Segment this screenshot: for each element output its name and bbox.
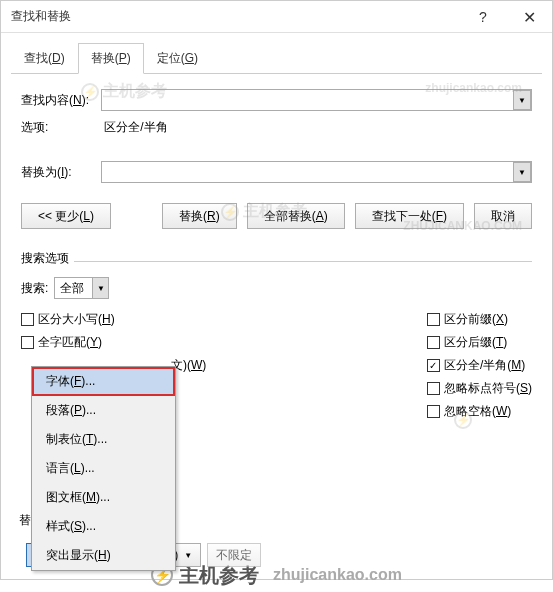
checks-right: 区分前缀(X) 区分后缀(T) ✓区分全/半角(M) 忽略标点符号(S) 忽略空… xyxy=(427,311,532,420)
replace-input[interactable]: ▼ xyxy=(101,161,532,183)
replace-button[interactable]: 替换(R) xyxy=(162,203,237,229)
replace-dropdown-icon[interactable]: ▼ xyxy=(513,162,531,182)
close-button[interactable]: ✕ xyxy=(506,1,552,33)
menu-item-style[interactable]: 样式(S)... xyxy=(32,512,175,541)
check-ignore-space[interactable]: 忽略空格(W) xyxy=(427,403,532,420)
find-input[interactable]: ▼ xyxy=(101,89,532,111)
no-format-button[interactable]: 不限定 xyxy=(207,543,261,567)
replace-all-button[interactable]: 全部替换(A) xyxy=(247,203,345,229)
check-whole-word[interactable]: 全字匹配(Y) xyxy=(21,334,206,351)
tab-goto[interactable]: 定位(G) xyxy=(144,43,211,74)
menu-item-highlight[interactable]: 突出显示(H) xyxy=(32,541,175,570)
check-prefix[interactable]: 区分前缀(X) xyxy=(427,311,532,328)
menu-item-font[interactable]: 字体(F)... xyxy=(32,367,175,396)
search-direction-label: 搜索: xyxy=(21,280,48,297)
options-label: 选项: xyxy=(21,119,101,136)
find-next-button[interactable]: 查找下一处(F) xyxy=(355,203,464,229)
tabs: 查找(D) 替换(P) 定位(G) xyxy=(11,43,542,74)
cancel-button[interactable]: 取消 xyxy=(474,203,532,229)
tab-find[interactable]: 查找(D) xyxy=(11,43,78,74)
help-button[interactable]: ? xyxy=(460,1,506,33)
check-match-case[interactable]: 区分大小写(H) xyxy=(21,311,206,328)
search-options-group: 搜索选项 xyxy=(21,244,532,262)
titlebar: 查找和替换 ? ✕ xyxy=(1,1,552,33)
tab-replace[interactable]: 替换(P) xyxy=(78,43,144,74)
menu-item-frame[interactable]: 图文框(M)... xyxy=(32,483,175,512)
check-fullwidth[interactable]: ✓区分全/半角(M) xyxy=(427,357,532,374)
format-popup-menu: 字体(F)... 段落(P)... 制表位(T)... 语言(L)... 图文框… xyxy=(31,366,176,571)
check-ignore-punct[interactable]: 忽略标点符号(S) xyxy=(427,380,532,397)
find-dropdown-icon[interactable]: ▼ xyxy=(513,90,531,110)
find-replace-dialog: 查找和替换 ? ✕ 查找(D) 替换(P) 定位(G) 查找内容(N): ▼ 选… xyxy=(0,0,553,580)
dialog-title: 查找和替换 xyxy=(11,8,71,25)
check-suffix[interactable]: 区分后缀(T) xyxy=(427,334,532,351)
less-button[interactable]: << 更少(L) xyxy=(21,203,111,229)
menu-item-paragraph[interactable]: 段落(P)... xyxy=(32,396,175,425)
options-value: 区分全/半角 xyxy=(104,120,167,134)
chevron-down-icon[interactable]: ▼ xyxy=(92,278,108,298)
menu-item-language[interactable]: 语言(L)... xyxy=(32,454,175,483)
find-label: 查找内容(N): xyxy=(21,92,101,109)
replace-group-label: 替 xyxy=(19,512,31,529)
replace-label: 替换为(I): xyxy=(21,164,101,181)
search-direction-select[interactable]: 全部 ▼ xyxy=(54,277,109,299)
menu-item-tabs[interactable]: 制表位(T)... xyxy=(32,425,175,454)
check-wildcards-tail[interactable]: 文)(W) xyxy=(171,357,206,374)
